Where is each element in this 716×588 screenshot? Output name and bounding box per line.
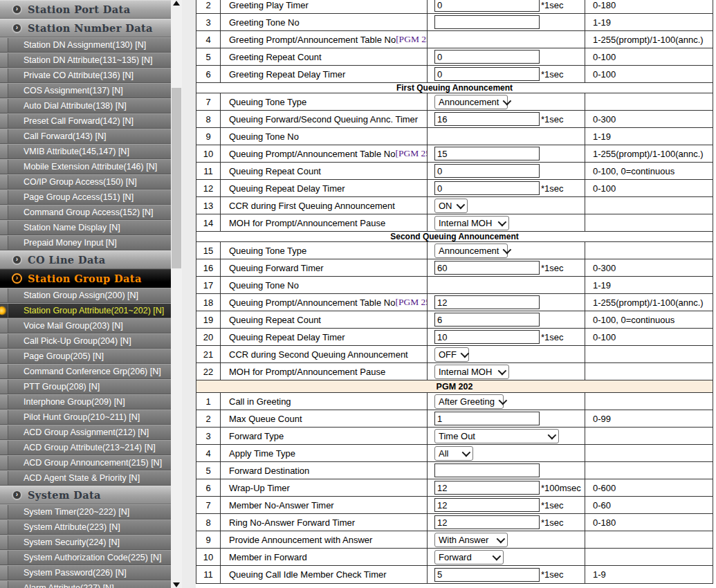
scroll-down-icon[interactable] <box>173 582 180 587</box>
dropdown-select[interactable]: All <box>434 446 473 461</box>
row-number: 13 <box>196 197 221 214</box>
row-label: Call in Greeting <box>229 396 291 407</box>
scroll-up-icon[interactable] <box>173 1 180 6</box>
sidebar-item[interactable]: System Security(224) [N] <box>0 535 171 550</box>
value-input[interactable] <box>434 15 540 29</box>
dropdown-select[interactable]: With Answer <box>434 533 508 547</box>
sidebar-item[interactable]: Pilot Hunt Group(210~211) [N] <box>0 410 171 425</box>
sidebar-item[interactable]: System Authorization Code(225) [N] <box>0 550 171 565</box>
sidebar-item[interactable]: Alarm Attribute(227) [N] <box>0 580 171 588</box>
dropdown-select[interactable]: Internal MOH <box>434 216 509 230</box>
scrollbar-thumb[interactable] <box>172 88 181 268</box>
row-label: Queuing Prompt/Announcement Table No <box>229 297 395 308</box>
value-input[interactable] <box>434 515 540 529</box>
value-input[interactable] <box>434 568 540 582</box>
chevron-down-icon <box>497 534 506 543</box>
sidebar-section-header[interactable]: ›CO Line Data <box>0 250 171 269</box>
row-label: Queuing Tone No <box>229 280 299 291</box>
sidebar-item[interactable]: Prepaid Money Input [N] <box>0 235 171 250</box>
table-row: 20Queuing Repeat Delay Timer*1sec0-100 <box>196 329 713 346</box>
pgm-reference-link[interactable]: [PGM 259] <box>395 148 428 159</box>
circle-chevron-right-icon: › <box>12 4 22 15</box>
sidebar-section-header[interactable]: ›Station Number Data <box>0 19 171 37</box>
row-label-cell: Greeting Tone No <box>221 14 428 30</box>
chevron-down-icon <box>462 448 471 457</box>
dropdown-select[interactable]: OFF <box>434 347 469 362</box>
sidebar-item[interactable]: System Timer(220~222) [N] <box>0 504 171 520</box>
value-input[interactable] <box>434 112 540 126</box>
sidebar-item[interactable]: ACD Group Announcement(215) [N] <box>0 455 171 470</box>
sidebar-item[interactable]: Voice Mail Group(203) [N] <box>0 318 171 333</box>
value-input[interactable] <box>434 313 540 327</box>
value-input[interactable] <box>434 164 540 178</box>
sidebar-item[interactable]: Private CO Attribute(136) [N] <box>0 68 171 83</box>
dropdown-select[interactable]: ON <box>434 199 468 213</box>
value-input[interactable] <box>434 261 540 275</box>
sidebar-item[interactable]: Page Group Access(151) [N] <box>0 190 171 205</box>
sidebar-item[interactable]: Station DN Assignment(130) [N] <box>0 37 171 53</box>
sidebar-section-header[interactable]: ›System Data <box>0 486 171 504</box>
row-number: 17 <box>196 277 221 293</box>
value-input[interactable] <box>434 67 540 81</box>
sidebar-item[interactable]: PTT Group(208) [N] <box>0 379 171 394</box>
value-input[interactable] <box>434 481 540 495</box>
pgm-reference-link[interactable]: [PGM 259] <box>396 34 428 45</box>
sidebar-item-label: ACD Group Assignment(212) [N] <box>24 428 149 437</box>
row-label: Member in Forward <box>229 552 307 562</box>
value-input[interactable] <box>434 147 540 160</box>
value-input[interactable] <box>434 0 540 12</box>
dropdown-select[interactable]: Time Out <box>434 429 559 443</box>
sidebar-item[interactable]: Call Pick-Up Group(204) [N] <box>0 333 171 349</box>
dropdown-select[interactable]: Forward <box>434 550 504 564</box>
row-control-cell: *1sec <box>428 259 585 276</box>
sidebar-item[interactable]: ACD Agent State & Priority [N] <box>0 470 171 486</box>
sidebar-item[interactable]: CO/IP Group Access(150) [N] <box>0 174 171 190</box>
sidebar-item[interactable]: Interphone Group(209) [N] <box>0 394 171 410</box>
sidebar-section-header[interactable]: ›Station Group Data <box>0 269 171 288</box>
sidebar-item[interactable]: Station DN Attribute(131~135) [N] <box>0 53 171 68</box>
dropdown-select[interactable]: Announcement <box>434 95 508 109</box>
dropdown-selected-value: Internal MOH <box>439 218 492 228</box>
value-input[interactable] <box>434 181 540 195</box>
sidebar-item[interactable]: ACD Group Assignment(212) [N] <box>0 425 171 440</box>
sidebar-item[interactable]: Call Forward(143) [N] <box>0 129 171 144</box>
sidebar-item[interactable]: System Attribute(223) [N] <box>0 520 171 535</box>
sidebar-item[interactable]: ACD Group Attribute(213~214) [N] <box>0 440 171 455</box>
value-input[interactable] <box>434 295 540 309</box>
sidebar-section-header[interactable]: ›Station Port Data <box>0 0 171 19</box>
range-hint: 0-180 <box>585 514 713 531</box>
value-input[interactable] <box>434 330 540 344</box>
sidebar-item[interactable]: Preset Call Forward(142) [N] <box>0 113 171 129</box>
sidebar-item[interactable]: Auto Dial Attribute(138) [N] <box>0 98 171 113</box>
sidebar-item[interactable]: COS Assignment(137) [N] <box>0 83 171 98</box>
value-input[interactable] <box>434 412 540 425</box>
dropdown-select[interactable]: Internal MOH <box>434 365 509 379</box>
value-input[interactable] <box>434 498 540 512</box>
value-input[interactable] <box>434 463 540 477</box>
sidebar-scrollbar[interactable] <box>171 0 182 588</box>
pgm-reference-link[interactable]: [PGM 259] <box>395 297 428 308</box>
dropdown-select[interactable]: Announcement <box>434 244 508 258</box>
sidebar-item[interactable]: System Password(226) [N] <box>0 565 171 580</box>
sidebar-item[interactable]: Station Name Display [N] <box>0 220 171 235</box>
unit-label: *1sec <box>541 500 564 511</box>
row-label-cell: Queuing Repeat Count <box>221 163 428 179</box>
sidebar-item[interactable]: Command Conference Grp(206) [N] <box>0 364 171 379</box>
row-label-cell: Member in Forward <box>221 549 428 565</box>
row-control-cell: *100msec <box>428 479 585 496</box>
value-input[interactable] <box>434 50 540 64</box>
sidebar-item[interactable]: VMIB Attribute(145,147) [N] <box>0 144 171 159</box>
dropdown-select[interactable]: After Greeting <box>434 394 504 409</box>
row-label-cell: Wrap-Up Timer <box>221 479 428 496</box>
table-row: 22MOH for Prompt/Announcement PauseInter… <box>196 363 713 380</box>
sidebar-item[interactable]: Mobile Extension Attribute(146) [N] <box>0 159 171 174</box>
unit-label: *1sec <box>541 332 564 342</box>
sidebar-item[interactable]: Station Group Attribute(201~202) [N] <box>0 303 171 318</box>
sidebar-item[interactable]: Station Group Assign(200) [N] <box>0 288 171 303</box>
sidebar-item[interactable]: Command Group Access(152) [N] <box>0 205 171 220</box>
table-row: 9Provide Announcement with AnswerWith An… <box>196 531 713 549</box>
sidebar-item[interactable]: Page Group(205) [N] <box>0 349 171 364</box>
sidebar-item-label: COS Assignment(137) [N] <box>24 86 123 95</box>
table-row: 2Greeting Play Timer*1sec0-180 <box>196 0 713 14</box>
main-content: 2Greeting Play Timer*1sec0-1803Greeting … <box>196 0 716 588</box>
